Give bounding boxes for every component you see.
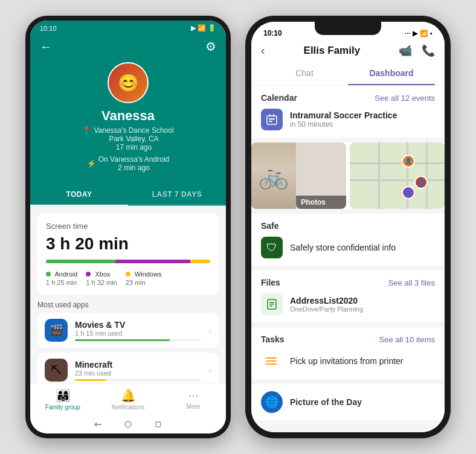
tab-today[interactable]: TODAY <box>30 184 128 206</box>
phone-call-icon[interactable]: 📞 <box>422 44 435 57</box>
movies-bar-fill <box>75 339 170 341</box>
movies-time: 1 h 15 min used <box>75 330 201 337</box>
files-see-all[interactable]: See all 3 files <box>388 278 435 287</box>
svg-marker-1 <box>94 422 97 427</box>
tasks-section-header: Tasks See all 10 items <box>261 334 435 344</box>
task-text: Pick up invitations from printer <box>290 356 404 366</box>
video-call-icon[interactable]: 📹 <box>399 44 412 57</box>
task-item[interactable]: Pick up invitations from printer <box>261 350 435 372</box>
android-signal-battery: ▶ 📶 🔋 <box>191 24 216 32</box>
safe-item[interactable]: 🛡 Safely store confidential info <box>261 237 435 258</box>
notifications-icon: 🔔 <box>121 388 136 403</box>
map-road-h2 <box>350 179 445 181</box>
file-item[interactable]: AddressList2020 OneDrive/Party Planning <box>261 293 435 315</box>
calendar-item[interactable]: Intramural Soccer Practice in 50 minutes <box>261 109 435 130</box>
picture-of-day-section: 🌐 Picture of the Day <box>251 384 445 420</box>
svg-rect-10 <box>269 302 274 303</box>
ios-battery-icon: 📶 ▪ <box>420 30 433 37</box>
svg-rect-11 <box>269 304 274 305</box>
device-info: ⚡ On Vanessa's Android 2 min ago <box>87 155 169 172</box>
legend-android: Android 1 h 25 min <box>46 270 77 286</box>
screen-time-card: Screen time 3 h 20 min Android <box>37 213 219 295</box>
android-content: Screen time 3 h 20 min Android <box>30 206 226 383</box>
files-section-header: Files See all 3 files <box>261 278 435 287</box>
task-icon <box>261 350 283 372</box>
calendar-event-time: in 50 minutes <box>290 120 397 129</box>
app-row-minecraft[interactable]: ⛏ Minecraft 23 min used › <box>37 353 219 383</box>
profile-name: Vanessa <box>101 108 155 124</box>
profile-location: 📍 Vanessa's Dance School Park Valley, CA… <box>82 126 173 152</box>
map-panel[interactable]: 👤 👤 👤 <box>350 142 445 209</box>
minecraft-bar-fill <box>75 379 106 381</box>
screenshot-container: 10:10 ▶ 📶 🔋 ← ⚙ 😊 Vanessa 📍 Vanessa's Da… <box>0 0 476 454</box>
minecraft-info: Minecraft 23 min used <box>75 360 201 381</box>
bike-photo: 🚲 <box>251 142 296 209</box>
minecraft-time: 23 min used <box>75 369 201 377</box>
ios-time: 10:10 <box>263 29 282 37</box>
ios-signal-icon: ··· <box>405 30 410 37</box>
android-back-button[interactable]: ← <box>40 40 52 54</box>
safe-section-header: Safe <box>261 221 435 231</box>
svg-rect-17 <box>266 360 267 362</box>
android-system-bar <box>30 415 226 433</box>
usage-bar-windows <box>190 260 210 263</box>
recents-gesture[interactable] <box>153 419 164 430</box>
screen-time-label: Screen time <box>46 222 210 231</box>
minecraft-chevron-icon: › <box>208 365 211 375</box>
safe-icon: 🛡 <box>261 237 283 258</box>
photos-row: 🚲 Photos 👤 <box>251 142 445 209</box>
family-group-icon: 👨‍👩‍👧 <box>56 388 71 403</box>
tasks-see-all[interactable]: See all 10 items <box>379 335 436 344</box>
windows-dot <box>126 272 130 277</box>
map-avatar-1: 👤 <box>402 155 415 168</box>
family-group-label: Family group <box>45 404 80 411</box>
picture-of-day-title: Picture of the Day <box>290 397 362 407</box>
location-line1: Vanessa's Dance School <box>94 126 173 135</box>
location-time: 17 min ago <box>94 143 173 152</box>
tab-chat[interactable]: Chat <box>261 62 348 85</box>
safe-section: Safe 🛡 Safely store confidential info <box>251 214 445 266</box>
svg-rect-18 <box>266 363 267 365</box>
nav-family-group[interactable]: 👨‍👩‍👧 Family group <box>30 388 95 411</box>
usage-bar <box>46 260 210 263</box>
android-settings-button[interactable]: ⚙ <box>205 39 216 54</box>
svg-rect-13 <box>267 357 277 359</box>
device-time: 2 min ago <box>118 164 150 172</box>
android-dot <box>46 272 51 277</box>
calendar-see-all[interactable]: See all 12 events <box>375 94 435 103</box>
safe-description: Safely store confidential info <box>290 243 396 252</box>
avatar: 😊 <box>108 62 149 103</box>
ios-back-button[interactable]: ‹ <box>261 43 265 57</box>
screen-time-value: 3 h 20 min <box>46 234 210 254</box>
movies-icon: 🎬 <box>45 319 68 342</box>
android-status-bar: 10:10 ▶ 📶 🔋 <box>30 21 226 34</box>
location-pin-icon: 📍 <box>82 126 91 135</box>
ios-notch <box>315 22 381 35</box>
minecraft-name: Minecraft <box>75 360 201 369</box>
location-line2: Park Valley, CA <box>94 135 173 143</box>
device-icon: ⚡ <box>87 159 96 168</box>
nav-more[interactable]: ··· More <box>161 388 226 411</box>
minecraft-bar <box>75 379 201 381</box>
tab-last7days[interactable]: LAST 7 DAYS <box>128 184 226 205</box>
back-gesture[interactable] <box>92 419 103 430</box>
svg-rect-16 <box>266 357 267 359</box>
map-avatar-2: 👤 <box>414 176 428 189</box>
tab-dashboard[interactable]: Dashboard <box>348 62 435 85</box>
map-background: 👤 👤 👤 <box>350 142 445 209</box>
movies-bar <box>75 339 201 341</box>
calendar-section: Calendar See all 12 events <box>251 86 445 138</box>
svg-rect-15 <box>267 363 277 365</box>
nav-notifications[interactable]: 🔔 Notifications <box>95 388 161 411</box>
photos-label: Photos <box>296 196 346 209</box>
ios-screen: 10:10 ··· ▶ 📶 ▪ ‹ Ellis Family 📹 📞 Chat <box>251 22 445 432</box>
home-gesture[interactable] <box>123 419 133 430</box>
file-icon <box>261 293 283 315</box>
svg-rect-5 <box>269 118 275 120</box>
app-row-movies[interactable]: 🎬 Movies & TV 1 h 15 min used › <box>37 313 219 348</box>
svg-point-2 <box>125 421 131 427</box>
usage-bar-android <box>46 260 115 263</box>
safe-title: Safe <box>261 221 279 231</box>
svg-rect-12 <box>269 305 272 307</box>
photos-main-panel[interactable]: 🚲 Photos <box>251 142 346 209</box>
